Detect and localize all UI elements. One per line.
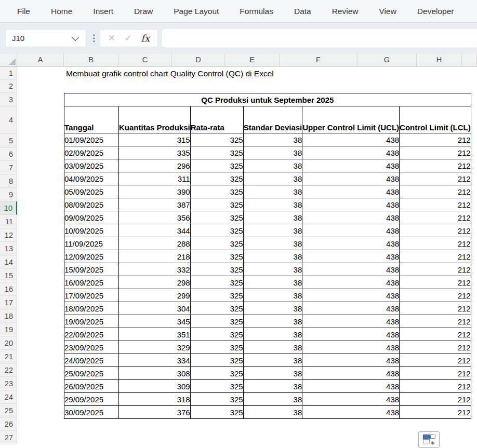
cell-value[interactable]: 212 [400, 198, 471, 211]
cell-value[interactable]: 38 [243, 354, 302, 367]
cell-value[interactable]: 325 [190, 250, 243, 263]
cell-value[interactable]: 438 [302, 328, 400, 341]
cell-value[interactable]: 288 [119, 237, 191, 250]
cell-value[interactable]: 325 [190, 354, 243, 367]
cell-value[interactable]: 332 [119, 263, 191, 276]
cell-value[interactable]: 38 [243, 406, 302, 419]
cell-date[interactable]: 23/09/2025 [64, 341, 119, 354]
cell-date[interactable]: 11/09/2025 [64, 237, 119, 250]
row-header-15[interactable]: 15 [0, 269, 17, 282]
row-header-24[interactable]: 24 [0, 390, 17, 404]
cell-value[interactable]: 335 [119, 146, 191, 159]
cell-value[interactable]: 212 [400, 263, 471, 276]
cell-date[interactable]: 16/09/2025 [64, 276, 119, 289]
cell-value[interactable]: 212 [400, 289, 471, 302]
cell-value[interactable]: 325 [190, 328, 243, 341]
cell-value[interactable]: 325 [190, 211, 243, 224]
column-header-g[interactable]: G [357, 53, 417, 66]
cell-value[interactable]: 345 [119, 315, 191, 328]
cell-date[interactable]: 18/09/2025 [64, 302, 119, 315]
cell-date[interactable]: 29/09/2025 [64, 393, 119, 406]
row-header-20[interactable]: 20 [0, 336, 17, 350]
cell-value[interactable]: 438 [302, 146, 400, 159]
name-box[interactable]: J10 [5, 29, 86, 47]
cell-date[interactable]: 17/09/2025 [64, 289, 119, 302]
select-all-button[interactable] [0, 53, 17, 66]
cell-value[interactable]: 38 [243, 250, 302, 263]
cell-value[interactable]: 38 [243, 224, 302, 237]
cell-date[interactable]: 03/09/2025 [64, 159, 119, 172]
cell-value[interactable]: 438 [302, 211, 400, 224]
tab-developer[interactable]: Developer [409, 0, 462, 22]
cell-value[interactable]: 212 [400, 250, 471, 263]
cell-b1-text[interactable]: Membuat grafik control chart Quality Con… [66, 66, 274, 80]
tab-insert[interactable]: Insert [85, 0, 121, 22]
cell-value[interactable]: 38 [243, 237, 302, 250]
cell-value[interactable]: 315 [119, 133, 191, 146]
row-header-8[interactable]: 8 [0, 174, 17, 188]
row-header-18[interactable]: 18 [0, 309, 17, 323]
cell-date[interactable]: 08/09/2025 [64, 198, 119, 211]
cell-value[interactable]: 438 [302, 406, 400, 419]
cell-value[interactable]: 325 [190, 133, 243, 146]
cell-value[interactable]: 438 [302, 341, 400, 354]
cell-value[interactable]: 325 [190, 302, 243, 315]
cell-date[interactable]: 04/09/2025 [64, 172, 119, 185]
cell-value[interactable]: 218 [119, 250, 191, 263]
cell-value[interactable]: 299 [119, 289, 191, 302]
column-header-h[interactable]: H [417, 53, 462, 66]
cell-date[interactable]: 01/09/2025 [64, 133, 119, 146]
row-header-26[interactable]: 26 [0, 417, 17, 431]
cell-value[interactable]: 212 [400, 406, 471, 419]
cell-value[interactable]: 325 [190, 276, 243, 289]
row-header-5[interactable]: 5 [0, 134, 17, 147]
cell-value[interactable]: 38 [243, 211, 302, 224]
table-header-cell-1[interactable]: Kuantitas Produksi [119, 106, 191, 133]
cell-value[interactable]: 38 [243, 146, 302, 159]
cell-date[interactable]: 25/09/2025 [64, 367, 119, 380]
cell-date[interactable]: 15/09/2025 [64, 263, 119, 276]
cell-value[interactable]: 212 [400, 393, 471, 406]
cell-value[interactable]: 325 [190, 289, 243, 302]
formula-input[interactable] [162, 29, 477, 47]
tab-formulas[interactable]: Formulas [232, 0, 281, 22]
cell-value[interactable]: 38 [243, 133, 302, 146]
cell-value[interactable]: 438 [302, 289, 400, 302]
insert-function-icon[interactable]: fx [141, 33, 150, 44]
cell-value[interactable]: 438 [302, 315, 400, 328]
cell-date[interactable]: 22/09/2025 [64, 328, 119, 341]
row-header-27[interactable]: 27 [0, 431, 17, 444]
cell-value[interactable]: 212 [400, 367, 471, 380]
cell-value[interactable]: 38 [243, 393, 302, 406]
row-header-11[interactable]: 11 [0, 215, 17, 228]
tab-file[interactable]: File [9, 0, 38, 22]
cell-value[interactable]: 325 [190, 380, 243, 393]
row-header-10[interactable]: 10 [0, 201, 17, 215]
cell-value[interactable]: 325 [190, 198, 243, 211]
row-header-4[interactable]: 4 [0, 106, 17, 134]
cell-value[interactable]: 438 [302, 263, 400, 276]
formula-bar-drag-handle-icon[interactable]: ⋮ [89, 29, 98, 47]
row-header-6[interactable]: 6 [0, 147, 17, 161]
cell-value[interactable]: 438 [302, 159, 400, 172]
cell-value[interactable]: 438 [302, 302, 400, 315]
row-header-13[interactable]: 13 [0, 242, 17, 255]
cell-value[interactable]: 309 [119, 380, 191, 393]
cell-value[interactable]: 334 [119, 354, 191, 367]
cell-date[interactable]: 02/09/2025 [64, 146, 119, 159]
tab-view[interactable]: View [372, 0, 404, 22]
cell-value[interactable]: 325 [190, 172, 243, 185]
column-header-f[interactable]: F [280, 53, 357, 66]
cell-value[interactable]: 390 [119, 185, 191, 198]
cell-value[interactable]: 212 [400, 341, 471, 354]
cell-value[interactable]: 325 [190, 185, 243, 198]
cell-value[interactable]: 438 [302, 250, 400, 263]
cell-value[interactable]: 212 [400, 328, 471, 341]
cell-value[interactable]: 438 [302, 276, 400, 289]
cell-value[interactable]: 311 [119, 172, 191, 185]
cell-value[interactable]: 212 [400, 133, 471, 146]
cell-value[interactable]: 438 [302, 393, 400, 406]
cell-value[interactable]: 356 [119, 211, 191, 224]
cell-value[interactable]: 38 [243, 289, 302, 302]
row-header-21[interactable]: 21 [0, 350, 17, 363]
